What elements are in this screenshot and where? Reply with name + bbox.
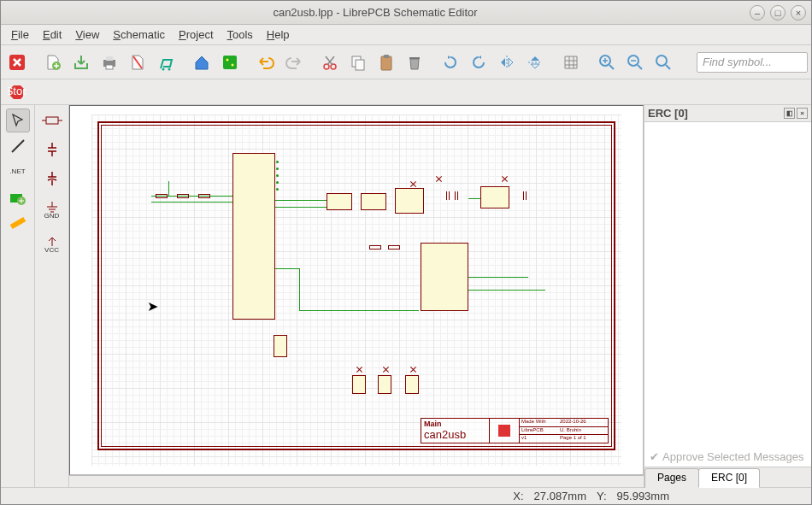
status-x-value: 27.087mm	[534, 490, 586, 502]
titleblock-date: 2022-10-26	[558, 419, 608, 427]
component-small-8[interactable]	[274, 335, 287, 357]
component-small-6[interactable]	[378, 375, 391, 394]
delete-button[interactable]	[402, 50, 427, 75]
component-ic-small-3[interactable]	[395, 188, 424, 214]
net-wire[interactable]	[468, 198, 480, 199]
net-wire[interactable]	[275, 200, 327, 201]
pin	[276, 161, 279, 163]
status-bar: X: 27.087mm Y: 95.993mm	[1, 487, 811, 504]
netlabel-tool[interactable]: .NET	[6, 160, 30, 184]
home-button[interactable]	[189, 50, 215, 75]
zoom-in-button[interactable]	[594, 50, 620, 75]
board-editor-button[interactable]	[217, 50, 243, 75]
copy-button[interactable]	[345, 50, 371, 75]
vcc-symbol[interactable]: VCC	[40, 230, 64, 259]
approve-messages-button: ✔ Approve Selected Messages	[644, 447, 811, 467]
title-block: Main can2usb Made With LibrePCB v1 2022-…	[421, 418, 609, 443]
net-wire[interactable]	[299, 310, 419, 311]
menu-project[interactable]: Project	[172, 26, 220, 43]
wire-tool[interactable]	[6, 134, 30, 158]
print-button[interactable]	[97, 50, 122, 75]
component-ic-small-2[interactable]	[361, 193, 386, 210]
menu-edit[interactable]: Edit	[36, 26, 68, 43]
grid-button[interactable]	[558, 50, 584, 75]
component-small-7[interactable]	[405, 375, 419, 394]
nc-cross	[410, 181, 416, 187]
mirror-v-button[interactable]	[522, 50, 548, 75]
canvas-scrollbar-h[interactable]	[69, 475, 644, 487]
save-button[interactable]	[68, 50, 94, 75]
capacitor[interactable]	[523, 191, 527, 200]
menu-help[interactable]: Help	[260, 26, 297, 43]
close-project-button[interactable]	[4, 50, 30, 75]
capacitor[interactable]	[455, 191, 458, 200]
rotate-ccw-button[interactable]	[438, 50, 463, 75]
panel-close-button[interactable]: ×	[797, 108, 808, 119]
svg-text:Stop: Stop	[8, 85, 26, 97]
erc-message-list[interactable]	[644, 122, 811, 447]
find-symbol-input[interactable]: Find symbol...	[697, 52, 808, 73]
paste-button[interactable]	[374, 50, 399, 75]
net-wire[interactable]	[168, 181, 169, 196]
menu-view[interactable]: View	[68, 26, 106, 43]
menu-tools[interactable]: Tools	[221, 26, 260, 43]
redo-button[interactable]	[281, 50, 307, 75]
titleblock-app: LibrePCB	[520, 427, 558, 436]
resistor[interactable]	[369, 245, 381, 250]
minimize-button[interactable]: –	[750, 5, 765, 21]
resistor[interactable]	[156, 194, 168, 198]
svg-rect-16	[409, 57, 420, 59]
new-button[interactable]	[40, 50, 66, 75]
abort-button[interactable]: Stop	[4, 79, 30, 105]
export-pdf-button[interactable]	[125, 50, 150, 75]
component-small-5[interactable]	[352, 375, 366, 394]
svg-rect-25	[46, 117, 58, 124]
net-wire[interactable]	[275, 268, 299, 269]
erc-panel: ERC [0] ◧ × ✔ Approve Selected Messages …	[644, 105, 811, 487]
component-ic-small-4[interactable]	[480, 186, 509, 208]
component-mcu[interactable]	[232, 153, 275, 320]
schematic-canvas[interactable]: Main can2usb Made With LibrePCB v1 2022-…	[69, 105, 644, 475]
net-wire[interactable]	[275, 207, 327, 208]
net-wire[interactable]	[468, 290, 545, 291]
order-pcb-button[interactable]	[153, 50, 179, 75]
panel-undock-button[interactable]: ◧	[784, 108, 795, 119]
net-wire[interactable]	[468, 277, 528, 278]
svg-point-5	[162, 68, 165, 70]
pin	[276, 188, 279, 191]
undo-button[interactable]	[253, 50, 279, 75]
tab-pages[interactable]: Pages	[644, 468, 699, 488]
menu-file[interactable]: File	[4, 26, 36, 43]
resistor[interactable]	[177, 194, 189, 198]
rotate-cw-button[interactable]	[466, 50, 491, 75]
close-button[interactable]: ×	[791, 5, 806, 21]
net-wire[interactable]	[299, 268, 300, 311]
svg-rect-7	[223, 56, 237, 69]
maximize-button[interactable]: □	[770, 5, 786, 21]
select-tool[interactable]	[6, 109, 30, 132]
tab-erc[interactable]: ERC [0]	[698, 468, 760, 488]
window-titlebar: can2usb.lpp - LibrePCB Schematic Editor …	[1, 1, 811, 25]
cut-button[interactable]	[317, 50, 343, 75]
mirror-h-button[interactable]	[494, 50, 520, 75]
resistor-symbol[interactable]	[40, 109, 64, 132]
resistor[interactable]	[388, 245, 400, 250]
svg-point-11	[331, 64, 336, 69]
zoom-fit-button[interactable]	[650, 50, 676, 75]
capacitor-unipolar-symbol[interactable]	[40, 167, 64, 191]
add-component-tool[interactable]	[6, 185, 30, 209]
nc-cross	[356, 367, 362, 373]
status-y-value: 95.993mm	[617, 490, 669, 502]
capacitor[interactable]	[446, 191, 450, 200]
net-wire[interactable]	[151, 202, 232, 203]
measure-tool[interactable]	[6, 211, 30, 235]
component-ic2[interactable]	[421, 243, 468, 311]
capacitor-bipolar-symbol[interactable]	[40, 138, 64, 161]
command-toolbar: Stop	[1, 79, 811, 105]
erc-panel-title: ERC [0]	[648, 107, 688, 120]
zoom-out-button[interactable]	[622, 50, 648, 75]
component-ic-small-1[interactable]	[327, 193, 352, 210]
gnd-symbol[interactable]: GND	[40, 196, 64, 225]
menu-schematic[interactable]: Schematic	[106, 26, 172, 43]
resistor[interactable]	[198, 194, 210, 198]
